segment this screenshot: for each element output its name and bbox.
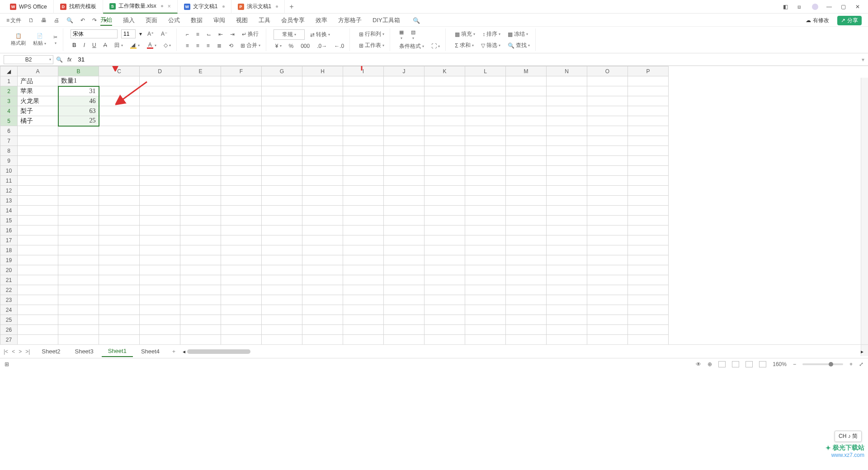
cell[interactable]: [587, 335, 628, 345]
cell[interactable]: [99, 116, 140, 126]
cell[interactable]: [18, 265, 58, 275]
col-header[interactable]: B: [58, 66, 99, 76]
col-header[interactable]: I: [343, 66, 384, 76]
cell[interactable]: [302, 226, 343, 235]
cell[interactable]: [18, 126, 58, 136]
add-tab-button[interactable]: +: [285, 3, 298, 11]
cell[interactable]: [506, 76, 547, 86]
cell[interactable]: [140, 285, 180, 295]
cell[interactable]: [425, 186, 465, 196]
cell[interactable]: [587, 305, 628, 315]
cell[interactable]: [384, 76, 425, 86]
row-header[interactable]: 20: [0, 265, 18, 275]
cell[interactable]: [587, 186, 628, 196]
cell[interactable]: [18, 176, 58, 186]
cell[interactable]: [465, 325, 506, 335]
cell[interactable]: [221, 245, 262, 255]
sheet-nav-next-icon[interactable]: >: [19, 348, 22, 355]
cell[interactable]: [180, 186, 221, 196]
cell[interactable]: [343, 325, 384, 335]
cell[interactable]: 苹果: [18, 86, 58, 96]
cell[interactable]: [465, 76, 506, 86]
cell[interactable]: [221, 86, 262, 96]
cell[interactable]: 46: [58, 96, 99, 106]
cell[interactable]: [99, 76, 140, 86]
cell[interactable]: [628, 265, 669, 275]
cell[interactable]: [506, 106, 547, 116]
cell[interactable]: [384, 136, 425, 146]
sheet-tab[interactable]: Sheet1: [102, 346, 133, 357]
cell[interactable]: [465, 156, 506, 166]
cell[interactable]: [343, 305, 384, 315]
cell[interactable]: [628, 216, 669, 226]
cell[interactable]: [221, 295, 262, 305]
cell[interactable]: [343, 295, 384, 305]
cell[interactable]: [384, 255, 425, 265]
cell[interactable]: [140, 146, 180, 156]
cell[interactable]: [628, 226, 669, 235]
sheet-nav-prev-icon[interactable]: <: [12, 348, 15, 355]
cell[interactable]: [384, 196, 425, 206]
cell[interactable]: [180, 245, 221, 255]
formula-input[interactable]: [76, 55, 859, 64]
cell[interactable]: [140, 186, 180, 196]
cell[interactable]: [221, 76, 262, 86]
cell[interactable]: [384, 315, 425, 325]
cell[interactable]: [425, 116, 465, 126]
cell[interactable]: [140, 245, 180, 255]
cell[interactable]: [302, 126, 343, 136]
cell[interactable]: [506, 315, 547, 325]
cell[interactable]: [302, 325, 343, 335]
cell[interactable]: [221, 315, 262, 325]
dec-decimal-button[interactable]: ←.0: [332, 42, 346, 50]
cell[interactable]: [587, 86, 628, 96]
cell[interactable]: [465, 196, 506, 206]
cell[interactable]: [99, 136, 140, 146]
menu-tab-formula[interactable]: 公式: [168, 15, 180, 25]
select-all-corner[interactable]: ◢: [0, 66, 18, 76]
cell[interactable]: [58, 186, 99, 196]
cell[interactable]: [465, 106, 506, 116]
cell[interactable]: [343, 196, 384, 206]
format-painter-button[interactable]: 📋格式刷: [9, 32, 28, 47]
cell[interactable]: [425, 166, 465, 176]
cell[interactable]: [547, 315, 587, 325]
cell-style-button[interactable]: ▧▾: [409, 28, 417, 41]
cell[interactable]: [99, 245, 140, 255]
cell[interactable]: [302, 206, 343, 216]
cell[interactable]: [262, 245, 302, 255]
row-header[interactable]: 1: [0, 76, 18, 86]
expand-formula-icon[interactable]: ▾: [862, 56, 864, 63]
cell[interactable]: [18, 245, 58, 255]
menu-tab-efficiency[interactable]: 效率: [316, 15, 327, 25]
cell[interactable]: [140, 176, 180, 186]
cell[interactable]: [221, 176, 262, 186]
cell[interactable]: [628, 315, 669, 325]
cell[interactable]: [180, 126, 221, 136]
col-header[interactable]: F: [221, 66, 262, 76]
cell[interactable]: [384, 166, 425, 176]
chevron-down-icon[interactable]: ▾: [139, 31, 142, 37]
cell[interactable]: [99, 196, 140, 206]
cell[interactable]: [628, 285, 669, 295]
cell[interactable]: [140, 305, 180, 315]
cell[interactable]: [180, 196, 221, 206]
cell[interactable]: [465, 146, 506, 156]
cell[interactable]: [18, 285, 58, 295]
cell[interactable]: [547, 305, 587, 315]
cell[interactable]: [425, 206, 465, 216]
cell[interactable]: [384, 116, 425, 126]
cell[interactable]: [465, 265, 506, 275]
cell[interactable]: [465, 235, 506, 245]
cell[interactable]: [465, 275, 506, 285]
cell[interactable]: [18, 156, 58, 166]
cell[interactable]: [18, 295, 58, 305]
cell[interactable]: [628, 295, 669, 305]
underline-button[interactable]: U: [90, 41, 98, 49]
align-center-button[interactable]: ≡: [194, 42, 201, 50]
menu-tab-data[interactable]: 数据: [191, 15, 203, 25]
cell[interactable]: [587, 295, 628, 305]
crop-button[interactable]: ⛶▾: [429, 42, 442, 50]
cell[interactable]: [180, 136, 221, 146]
cell[interactable]: [506, 285, 547, 295]
